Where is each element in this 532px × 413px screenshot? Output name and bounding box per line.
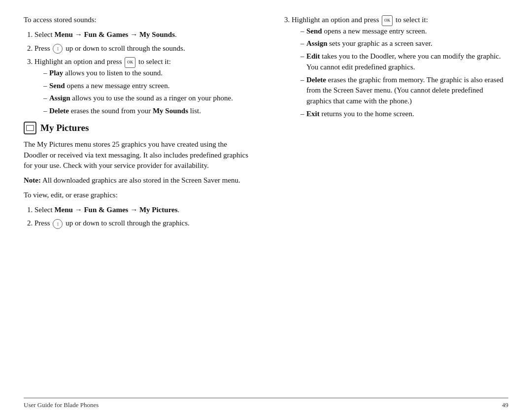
step1-post: . [175,31,177,38]
step3-pre: Highlight an option and press [34,58,124,65]
assign-bold: Assign [49,94,70,102]
content-area: To access stored sounds: Select Menu → F… [24,15,508,398]
right-substeps: Send opens a new message entry screen. A… [300,26,508,120]
mysounds-list: My Sounds [153,107,188,115]
rdelete-bold: Delete [306,76,326,84]
rexit-bold: Exit [306,110,320,118]
left-column: To access stored sounds: Select Menu → F… [24,15,256,398]
right-substep-send: Send opens a new message entry screen. [300,26,508,37]
step-3: Highlight an option and press to select … [34,57,251,117]
vstep2-text: up or down to scroll through the graphic… [64,219,189,227]
assign-text: allows you to use the sound as a ringer … [70,94,233,102]
section-heading: My Pictures [24,122,251,134]
view-step-2: Press up or down to scroll through the g… [34,218,251,229]
footer-right: 49 [502,401,508,409]
rdelete-text: erases the graphic from memory. The grap… [306,76,503,105]
right-substep-edit: Edit takes you to the Doodler, where you… [300,51,508,73]
note-paragraph: Note: All downloaded graphics are also s… [24,175,251,186]
vstep1-pre: Select [34,206,54,214]
vstep1-mypics: My Pictures [139,206,178,214]
rstep3-post: to select it: [394,16,428,24]
step1-pre: Select [34,31,54,38]
substep-delete: Delete erases the sound from your My Sou… [43,106,251,117]
send-text: opens a new message entry screen. [65,82,170,90]
ok-icon-right [382,15,393,26]
mypictures-icon [24,122,36,134]
substep-send: Send opens a new message entry screen. [43,81,251,92]
section-intro: The My Pictures menu stores 25 graphics … [24,139,251,171]
right-column: Highlight an option and press to select … [276,15,508,398]
sounds-steps: Select Menu → Fun & Games → My Sounds. P… [34,30,251,117]
vstep1-arr1: → [73,206,84,214]
vstep1-post: . [178,206,180,214]
substep-assign: Assign allows you to use the sound as a … [43,93,251,104]
step2-text: up or down to scroll through the sounds. [64,44,185,52]
rassign-bold: Assign [306,39,328,47]
step1-arr1: → [73,31,84,38]
step1-fng: Fun & Games [84,31,128,38]
step2-press: Press [34,44,52,52]
substeps-sounds: Play allows you to listen to the sound. … [43,68,251,117]
note-text: All downloaded graphics are also stored … [41,176,240,184]
delete-text: erases the sound from your My Sounds lis… [69,107,201,115]
rexit-text: returns you to the home screen. [320,110,414,118]
section-title: My Pictures [40,123,89,133]
right-substep-delete: Delete erases the graphic from memory. T… [300,75,508,107]
rstep3-pre: Highlight an option and press [292,16,381,24]
step-2: Press up or down to scroll through the s… [34,43,251,54]
step1-arr2: → [128,31,139,38]
view-step-1: Select Menu → Fun & Games → My Pictures. [34,205,251,216]
right-steps: Highlight an option and press to select … [292,15,508,120]
substep-play: Play allows you to listen to the sound. [43,68,251,79]
ok-icon [125,57,135,68]
right-step-3: Highlight an option and press to select … [292,15,508,120]
step-1: Select Menu → Fun & Games → My Sounds. [34,30,251,40]
vstep1-menu: Menu [54,206,73,214]
delete-bold: Delete [49,107,69,115]
play-text: allows you to listen to the sound. [63,69,163,77]
page-container: To access stored sounds: Select Menu → F… [0,0,532,413]
step1-mysounds: My Sounds [139,31,175,38]
send-bold: Send [49,82,65,90]
intro-text: To access stored sounds: [24,15,251,26]
rsend-bold: Send [306,27,322,35]
play-bold: Play [49,69,63,77]
note-label: Note: [24,176,41,184]
vstep1-fng: Fun & Games [84,206,128,214]
footer-left: User Guide for Blade Phones [24,401,99,409]
vstep2-press: Press [34,219,52,227]
vstep1-arr2: → [128,206,139,214]
redit-text: takes you to the Doodler, where you can … [306,52,501,71]
right-substep-exit: Exit returns you to the home screen. [300,109,508,120]
scroll-icon-2 [53,219,63,229]
rsend-text: opens a new message entry screen. [322,27,427,35]
rassign-text: sets your graphic as a screen saver. [328,39,432,47]
view-steps: Select Menu → Fun & Games → My Pictures.… [34,205,251,229]
right-substep-assign: Assign sets your graphic as a screen sav… [300,38,508,49]
redit-bold: Edit [306,52,320,60]
view-intro: To view, edit, or erase graphics: [24,190,251,201]
step3-post: to select it: [136,58,171,65]
footer: User Guide for Blade Phones 49 [24,398,508,413]
scroll-icon [53,44,63,54]
step1-menu: Menu [54,31,73,38]
